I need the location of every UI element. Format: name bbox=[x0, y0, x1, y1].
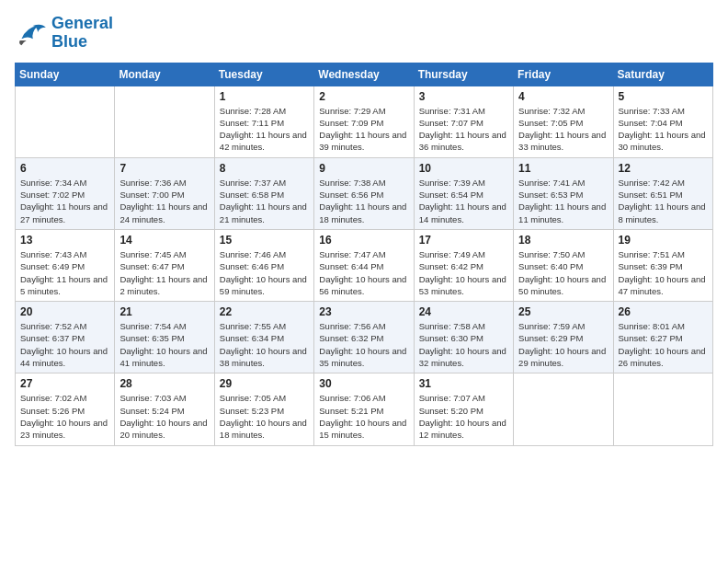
calendar-cell: 23Sunrise: 7:56 AM Sunset: 6:32 PM Dayli… bbox=[314, 302, 414, 373]
day-number: 12 bbox=[619, 162, 708, 175]
day-number: 17 bbox=[419, 234, 508, 247]
calendar-cell: 18Sunrise: 7:50 AM Sunset: 6:40 PM Dayli… bbox=[514, 229, 613, 301]
day-number: 23 bbox=[319, 305, 408, 318]
calendar-cell: 27Sunrise: 7:02 AM Sunset: 5:26 PM Dayli… bbox=[16, 373, 115, 445]
calendar-week-4: 20Sunrise: 7:52 AM Sunset: 6:37 PM Dayli… bbox=[16, 302, 713, 373]
day-number: 10 bbox=[419, 162, 508, 175]
day-info: Sunrise: 7:50 AM Sunset: 6:40 PM Dayligh… bbox=[518, 248, 608, 297]
weekday-header-friday: Friday bbox=[514, 63, 613, 86]
calendar-cell bbox=[16, 86, 115, 157]
calendar-cell: 6Sunrise: 7:34 AM Sunset: 7:02 PM Daylig… bbox=[16, 157, 115, 229]
calendar-cell: 24Sunrise: 7:58 AM Sunset: 6:30 PM Dayli… bbox=[414, 302, 513, 373]
day-number: 1 bbox=[220, 90, 309, 103]
day-info: Sunrise: 7:52 AM Sunset: 6:37 PM Dayligh… bbox=[20, 320, 109, 369]
calendar-cell: 8Sunrise: 7:37 AM Sunset: 6:58 PM Daylig… bbox=[214, 157, 313, 229]
day-info: Sunrise: 7:38 AM Sunset: 6:56 PM Dayligh… bbox=[319, 177, 408, 225]
calendar-cell: 26Sunrise: 8:01 AM Sunset: 6:27 PM Dayli… bbox=[613, 302, 712, 373]
calendar-cell: 10Sunrise: 7:39 AM Sunset: 6:54 PM Dayli… bbox=[414, 157, 513, 229]
day-info: Sunrise: 7:06 AM Sunset: 5:21 PM Dayligh… bbox=[319, 392, 408, 441]
day-number: 22 bbox=[220, 305, 309, 318]
calendar-cell bbox=[514, 373, 613, 445]
calendar-cell: 3Sunrise: 7:31 AM Sunset: 7:07 PM Daylig… bbox=[414, 86, 513, 157]
day-number: 30 bbox=[319, 377, 408, 390]
weekday-header-tuesday: Tuesday bbox=[214, 63, 313, 86]
day-info: Sunrise: 7:28 AM Sunset: 7:11 PM Dayligh… bbox=[220, 105, 309, 154]
calendar-cell: 9Sunrise: 7:38 AM Sunset: 6:56 PM Daylig… bbox=[314, 157, 414, 229]
day-number: 8 bbox=[220, 162, 309, 175]
calendar-header-row: SundayMondayTuesdayWednesdayThursdayFrid… bbox=[16, 63, 713, 86]
day-number: 20 bbox=[20, 305, 109, 318]
day-info: Sunrise: 7:49 AM Sunset: 6:42 PM Dayligh… bbox=[419, 248, 508, 297]
calendar-cell: 12Sunrise: 7:42 AM Sunset: 6:51 PM Dayli… bbox=[613, 157, 712, 229]
day-info: Sunrise: 7:51 AM Sunset: 6:39 PM Dayligh… bbox=[619, 248, 708, 297]
day-number: 27 bbox=[20, 377, 109, 390]
weekday-header-thursday: Thursday bbox=[414, 63, 513, 86]
calendar-cell: 11Sunrise: 7:41 AM Sunset: 6:53 PM Dayli… bbox=[514, 157, 613, 229]
day-info: Sunrise: 7:55 AM Sunset: 6:34 PM Dayligh… bbox=[220, 320, 309, 369]
day-info: Sunrise: 7:34 AM Sunset: 7:02 PM Dayligh… bbox=[20, 177, 109, 225]
calendar-cell: 2Sunrise: 7:29 AM Sunset: 7:09 PM Daylig… bbox=[314, 86, 414, 157]
day-number: 13 bbox=[20, 234, 109, 247]
day-info: Sunrise: 7:46 AM Sunset: 6:46 PM Dayligh… bbox=[220, 248, 309, 297]
calendar-week-1: 1Sunrise: 7:28 AM Sunset: 7:11 PM Daylig… bbox=[16, 86, 713, 157]
calendar-cell: 7Sunrise: 7:36 AM Sunset: 7:00 PM Daylig… bbox=[115, 157, 214, 229]
calendar-cell: 4Sunrise: 7:32 AM Sunset: 7:05 PM Daylig… bbox=[514, 86, 613, 157]
calendar-cell: 30Sunrise: 7:06 AM Sunset: 5:21 PM Dayli… bbox=[314, 373, 414, 445]
calendar-cell: 29Sunrise: 7:05 AM Sunset: 5:23 PM Dayli… bbox=[214, 373, 313, 445]
calendar-cell: 22Sunrise: 7:55 AM Sunset: 6:34 PM Dayli… bbox=[214, 302, 313, 373]
day-info: Sunrise: 7:41 AM Sunset: 6:53 PM Dayligh… bbox=[518, 177, 608, 225]
weekday-header-sunday: Sunday bbox=[16, 63, 115, 86]
calendar-cell: 21Sunrise: 7:54 AM Sunset: 6:35 PM Dayli… bbox=[115, 302, 214, 373]
logo-icon bbox=[15, 19, 48, 47]
calendar-cell: 16Sunrise: 7:47 AM Sunset: 6:44 PM Dayli… bbox=[314, 229, 414, 301]
day-info: Sunrise: 7:47 AM Sunset: 6:44 PM Dayligh… bbox=[319, 248, 408, 297]
calendar-cell: 31Sunrise: 7:07 AM Sunset: 5:20 PM Dayli… bbox=[414, 373, 513, 445]
calendar-cell: 13Sunrise: 7:43 AM Sunset: 6:49 PM Dayli… bbox=[16, 229, 115, 301]
day-number: 16 bbox=[319, 234, 408, 247]
day-info: Sunrise: 7:56 AM Sunset: 6:32 PM Dayligh… bbox=[319, 320, 408, 369]
day-info: Sunrise: 7:02 AM Sunset: 5:26 PM Dayligh… bbox=[20, 392, 109, 441]
day-info: Sunrise: 7:42 AM Sunset: 6:51 PM Dayligh… bbox=[619, 177, 708, 225]
calendar-cell: 28Sunrise: 7:03 AM Sunset: 5:24 PM Dayli… bbox=[115, 373, 214, 445]
calendar-cell bbox=[115, 86, 214, 157]
day-info: Sunrise: 7:05 AM Sunset: 5:23 PM Dayligh… bbox=[220, 392, 309, 441]
calendar-cell: 25Sunrise: 7:59 AM Sunset: 6:29 PM Dayli… bbox=[514, 302, 613, 373]
day-number: 26 bbox=[619, 305, 708, 318]
day-info: Sunrise: 7:54 AM Sunset: 6:35 PM Dayligh… bbox=[119, 320, 209, 369]
day-number: 15 bbox=[220, 234, 309, 247]
day-info: Sunrise: 7:39 AM Sunset: 6:54 PM Dayligh… bbox=[419, 177, 508, 225]
day-number: 25 bbox=[518, 305, 608, 318]
calendar-cell bbox=[613, 373, 712, 445]
day-info: Sunrise: 7:37 AM Sunset: 6:58 PM Dayligh… bbox=[220, 177, 309, 225]
day-info: Sunrise: 7:33 AM Sunset: 7:04 PM Dayligh… bbox=[619, 105, 708, 154]
day-number: 29 bbox=[220, 377, 309, 390]
day-info: Sunrise: 7:29 AM Sunset: 7:09 PM Dayligh… bbox=[319, 105, 408, 154]
day-number: 2 bbox=[319, 90, 408, 103]
day-number: 11 bbox=[518, 162, 608, 175]
logo: General Blue bbox=[15, 15, 113, 52]
calendar-week-2: 6Sunrise: 7:34 AM Sunset: 7:02 PM Daylig… bbox=[16, 157, 713, 229]
calendar-cell: 20Sunrise: 7:52 AM Sunset: 6:37 PM Dayli… bbox=[16, 302, 115, 373]
day-number: 31 bbox=[419, 377, 508, 390]
day-info: Sunrise: 8:01 AM Sunset: 6:27 PM Dayligh… bbox=[619, 320, 708, 369]
day-number: 14 bbox=[119, 234, 209, 247]
weekday-header-monday: Monday bbox=[115, 63, 214, 86]
calendar-table: SundayMondayTuesdayWednesdayThursdayFrid… bbox=[15, 63, 713, 446]
day-number: 4 bbox=[518, 90, 608, 103]
calendar-week-5: 27Sunrise: 7:02 AM Sunset: 5:26 PM Dayli… bbox=[16, 373, 713, 445]
day-number: 3 bbox=[419, 90, 508, 103]
calendar-cell: 17Sunrise: 7:49 AM Sunset: 6:42 PM Dayli… bbox=[414, 229, 513, 301]
day-info: Sunrise: 7:07 AM Sunset: 5:20 PM Dayligh… bbox=[419, 392, 508, 441]
day-info: Sunrise: 7:32 AM Sunset: 7:05 PM Dayligh… bbox=[518, 105, 608, 154]
calendar-cell: 1Sunrise: 7:28 AM Sunset: 7:11 PM Daylig… bbox=[214, 86, 313, 157]
calendar-week-3: 13Sunrise: 7:43 AM Sunset: 6:49 PM Dayli… bbox=[16, 229, 713, 301]
day-number: 19 bbox=[619, 234, 708, 247]
day-info: Sunrise: 7:59 AM Sunset: 6:29 PM Dayligh… bbox=[518, 320, 608, 369]
day-info: Sunrise: 7:03 AM Sunset: 5:24 PM Dayligh… bbox=[119, 392, 209, 441]
calendar-cell: 19Sunrise: 7:51 AM Sunset: 6:39 PM Dayli… bbox=[613, 229, 712, 301]
calendar-cell: 5Sunrise: 7:33 AM Sunset: 7:04 PM Daylig… bbox=[613, 86, 712, 157]
day-number: 21 bbox=[119, 305, 209, 318]
day-number: 5 bbox=[619, 90, 708, 103]
day-info: Sunrise: 7:58 AM Sunset: 6:30 PM Dayligh… bbox=[419, 320, 508, 369]
calendar-cell: 15Sunrise: 7:46 AM Sunset: 6:46 PM Dayli… bbox=[214, 229, 313, 301]
